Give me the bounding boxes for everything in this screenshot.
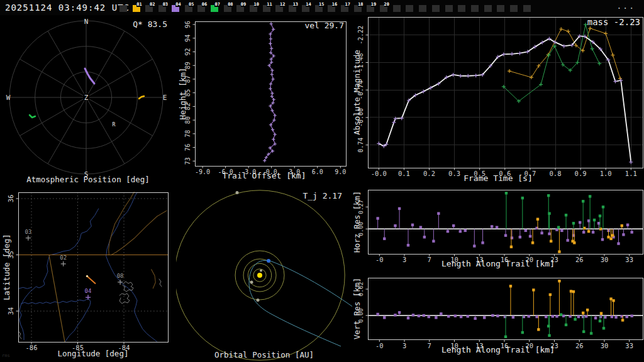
- camera-toggle-06[interactable]: 06: [197, 5, 205, 12]
- camera-toggle-19[interactable]: 19: [367, 5, 374, 12]
- camera-toggle-15[interactable]: 15: [315, 5, 323, 12]
- camera-number: 10: [254, 3, 259, 7]
- atmospheric-title: Atmospheric Position [deg]: [0, 175, 176, 184]
- residuals-plots: -03710131620232630330.000.27-03710131620…: [352, 186, 644, 362]
- camera-toggle-blank[interactable]: [458, 5, 465, 12]
- camera-toggle-blank[interactable]: [523, 5, 531, 12]
- magnitude-plot: -0.00.10.20.30.50.60.70.80.91.01.1-2.22-…: [352, 15, 644, 186]
- camera-toggle-11[interactable]: 11: [263, 5, 270, 12]
- overflow-menu-icon[interactable]: ...: [617, 1, 635, 11]
- svg-text:E: E: [163, 94, 167, 102]
- camera-toggle-blank[interactable]: [119, 5, 127, 12]
- svg-text:0.74: 0.74: [357, 138, 364, 153]
- camera-number: 01: [136, 3, 142, 7]
- camera-toggle-blank[interactable]: [484, 5, 492, 12]
- mag-xlabel: Frame Time [s]: [352, 173, 644, 183]
- camera-number: 15: [319, 3, 324, 7]
- camera-number: 09: [241, 3, 246, 7]
- camera-number: 03: [163, 3, 168, 7]
- svg-text:73: 73: [184, 157, 191, 165]
- trail-ylabel: Height [km]: [178, 68, 187, 120]
- camera-toggle-12[interactable]: 12: [275, 5, 283, 12]
- camera-number: 02: [150, 3, 155, 7]
- camera-number: 11: [267, 3, 272, 7]
- camera-number: 13: [293, 3, 298, 7]
- mag-ylabel: Absolute Magnitude: [352, 50, 362, 134]
- vert-res-ylabel: Vert Res [km]: [352, 278, 362, 339]
- camera-toggle-03[interactable]: 03: [158, 5, 166, 12]
- camera-number: 08: [228, 3, 233, 7]
- camera-number: 18: [358, 3, 363, 7]
- q-stat-label: Q* 83.5: [101, 19, 167, 29]
- atmospheric-position-plot: ZNSEWR: [0, 15, 176, 186]
- camera-toggle-blank[interactable]: [510, 5, 518, 12]
- svg-text:R: R: [113, 122, 116, 128]
- ground-map-plot: 03020408-86-85-84343536: [0, 186, 176, 362]
- camera-number: 19: [371, 3, 376, 7]
- svg-text:N: N: [84, 18, 89, 26]
- camera-toggle-17[interactable]: 17: [341, 5, 348, 12]
- svg-text:96: 96: [184, 21, 191, 28]
- map-ylabel: Latitude [deg]: [2, 234, 11, 300]
- camera-number: 05: [189, 3, 194, 7]
- camera-toggle-16[interactable]: 16: [328, 5, 335, 12]
- camera-number: 17: [345, 3, 350, 7]
- svg-text:76: 76: [184, 144, 191, 151]
- camera-number: 07: [214, 3, 219, 7]
- camera-toggle-blank[interactable]: [497, 5, 504, 12]
- camera-toggle-13[interactable]: 13: [289, 5, 296, 12]
- camera-toggle-20[interactable]: 20: [380, 5, 387, 12]
- svg-text:W: W: [6, 94, 11, 102]
- svg-text:04: 04: [85, 288, 92, 294]
- camera-toggle-04[interactable]: 04: [172, 5, 179, 12]
- utc-timestamp: 20251124 03:49:42 UTC: [5, 3, 130, 13]
- svg-text:Z: Z: [84, 94, 89, 102]
- svg-text:36: 36: [7, 195, 14, 203]
- horz-res-ylabel: Horz Res [km]: [352, 191, 362, 253]
- camera-toggle-01[interactable]: 01: [133, 5, 140, 12]
- svg-text:02: 02: [60, 255, 67, 261]
- camera-toggle-05[interactable]: 05: [185, 5, 192, 12]
- camera-toggle-08[interactable]: 08: [224, 5, 231, 12]
- horz-res-xlabel: Length Along Trail [km]: [352, 259, 644, 268]
- camera-toggle-07[interactable]: 07: [211, 5, 218, 12]
- camera-number: 16: [332, 3, 337, 7]
- camera-toggle-02[interactable]: 02: [145, 5, 153, 12]
- camera-number: 12: [280, 3, 285, 7]
- camera-number: 20: [384, 3, 389, 7]
- trail-offset-plot: -9.0-6.0-3.00.03.06.09.07376788082858789…: [176, 15, 352, 186]
- camera-number: 14: [306, 3, 311, 7]
- svg-text:08: 08: [117, 273, 124, 279]
- map-xlabel: Longitude [deg]: [5, 349, 181, 358]
- trail-xlabel: Trail Offset [km]: [176, 171, 352, 180]
- camera-toggle-blank[interactable]: [471, 5, 479, 12]
- camera-toggle-09[interactable]: 09: [236, 5, 244, 12]
- svg-text:92: 92: [184, 48, 191, 55]
- camera-number: 06: [202, 3, 207, 7]
- camera-toggle-10[interactable]: 10: [250, 5, 257, 12]
- camera-toggle-blank[interactable]: [432, 5, 440, 12]
- camera-toggle-18[interactable]: 18: [354, 5, 362, 12]
- corner-watermark: rms: [2, 353, 10, 358]
- mass-stat-label: mass -2.23: [541, 17, 640, 27]
- orbital-position-plot: [176, 186, 352, 362]
- camera-toggle-blank[interactable]: [406, 5, 413, 12]
- app-window: 20251124 03:49:42 UTC 010203040506070809…: [0, 0, 644, 362]
- camera-toggle-blank[interactable]: [445, 5, 453, 12]
- tj-stat-label: T_j 2.17: [239, 191, 342, 200]
- svg-text:-2.22: -2.22: [357, 26, 364, 45]
- svg-text:03: 03: [25, 229, 31, 235]
- svg-text:34: 34: [7, 307, 14, 315]
- vel-stat-label: vel 29.7: [277, 21, 344, 30]
- top-status-bar: 20251124 03:49:42 UTC 010203040506070809…: [0, 0, 644, 15]
- camera-toggle-blank[interactable]: [419, 5, 426, 12]
- svg-text:94: 94: [184, 35, 191, 42]
- camera-toggle-blank[interactable]: [393, 5, 401, 12]
- camera-number: 04: [175, 3, 180, 7]
- orbit-title: Orbital Position [AU]: [176, 350, 352, 359]
- vert-res-xlabel: Length Along Trail [km]: [352, 345, 644, 354]
- svg-text:78: 78: [184, 130, 191, 138]
- camera-toggle-14[interactable]: 14: [302, 5, 309, 12]
